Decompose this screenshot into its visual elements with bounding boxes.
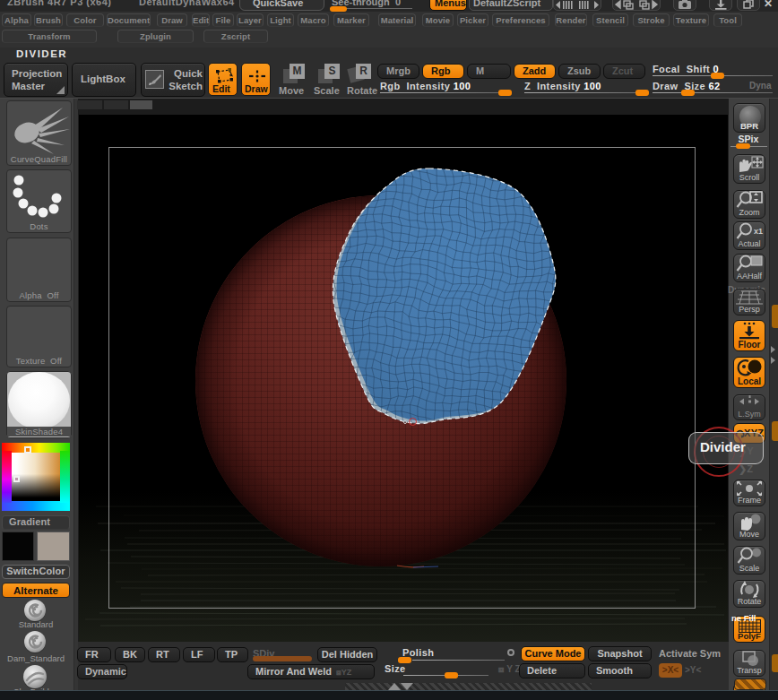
svg-text:x1: x1 bbox=[754, 227, 763, 236]
